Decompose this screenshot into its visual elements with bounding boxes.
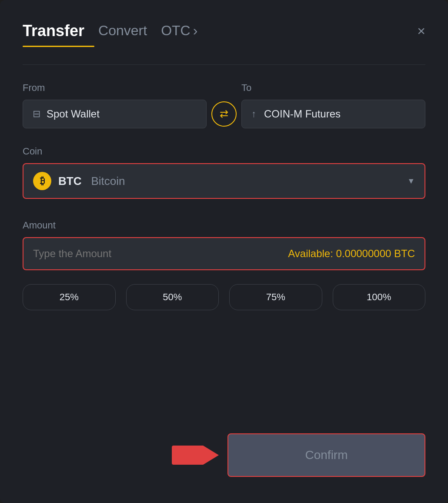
swap-icon: ⇄: [220, 108, 228, 120]
coin-symbol: BTC: [58, 174, 81, 188]
from-label: From: [23, 82, 207, 94]
amount-input-box: Available: 0.00000000 BTC: [23, 237, 425, 270]
spot-wallet-icon: ⊟: [33, 108, 40, 120]
to-section: To ↑ COIN-M Futures: [241, 82, 425, 128]
available-value: 0.00000000: [336, 248, 391, 259]
otc-chevron-icon: ›: [193, 23, 198, 39]
amount-label: Amount: [23, 220, 425, 231]
available-label: Available:: [288, 248, 333, 259]
futures-wallet-icon: ↑: [251, 108, 256, 120]
tab-convert[interactable]: Convert: [98, 21, 147, 40]
pct-75-button[interactable]: 75%: [229, 284, 322, 310]
confirm-button[interactable]: Confirm: [227, 433, 425, 477]
arrow-wrapper: [23, 446, 227, 465]
transfer-modal: Transfer Convert OTC › × From ⊟ Spot Wal…: [0, 0, 448, 503]
to-wallet-selector[interactable]: ↑ COIN-M Futures: [241, 100, 425, 128]
tab-active-indicator: [23, 46, 94, 47]
from-wallet-text: Spot Wallet: [47, 108, 100, 120]
to-wallet-text: COIN-M Futures: [264, 108, 341, 120]
header-divider: [23, 64, 425, 65]
arrow-body: [172, 446, 203, 465]
amount-input[interactable]: [33, 248, 224, 260]
available-unit: BTC: [394, 248, 415, 259]
modal-header: Transfer Convert OTC › ×: [23, 21, 425, 40]
bottom-area: Confirm: [23, 425, 425, 477]
swap-button[interactable]: ⇄: [211, 101, 237, 127]
tab-transfer[interactable]: Transfer: [23, 22, 84, 40]
from-to-row: From ⊟ Spot Wallet ⇄ To ↑ COIN-M Futures: [23, 82, 425, 128]
pct-100-button[interactable]: 100%: [333, 284, 426, 310]
coin-name: Bitcoin: [91, 174, 125, 188]
available-balance: Available: 0.00000000 BTC: [288, 248, 415, 260]
amount-section: Amount Available: 0.00000000 BTC: [23, 220, 425, 284]
arrow-head-icon: [203, 446, 219, 465]
arrow-indicator: [172, 446, 219, 465]
tab-otc[interactable]: OTC ›: [161, 21, 197, 40]
pct-25-button[interactable]: 25%: [23, 284, 116, 310]
from-section: From ⊟ Spot Wallet: [23, 82, 207, 128]
coin-section: Coin ₿ BTC Bitcoin ▼: [23, 146, 425, 220]
swap-wrapper: ⇄: [207, 101, 241, 128]
percentage-row: 25% 50% 75% 100%: [23, 284, 425, 310]
btc-icon: ₿: [33, 172, 51, 190]
coin-selector[interactable]: ₿ BTC Bitcoin ▼: [23, 163, 425, 199]
coin-label: Coin: [23, 146, 425, 157]
to-label: To: [241, 82, 425, 94]
coin-chevron-icon: ▼: [407, 177, 415, 186]
from-wallet-selector[interactable]: ⊟ Spot Wallet: [23, 100, 207, 128]
close-button[interactable]: ×: [417, 24, 425, 38]
pct-50-button[interactable]: 50%: [126, 284, 219, 310]
